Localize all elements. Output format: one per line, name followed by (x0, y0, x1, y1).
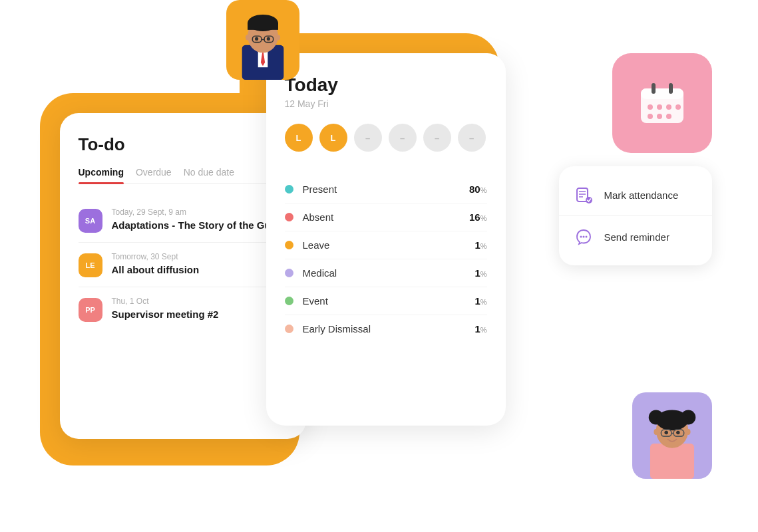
attendance-absent: Absent 16% (285, 203, 487, 231)
svg-point-37 (664, 431, 668, 435)
attendance-pct-absent: 16% (469, 211, 486, 223)
todo-items-list: SA Today, 29 Sept, 9 am Adaptations - Th… (79, 198, 287, 331)
attendance-label-event: Event (303, 295, 475, 307)
svg-point-29 (580, 236, 582, 238)
attendance-present: Present 80% (285, 176, 487, 203)
todo-item: LE Tomorrow, 30 Sept All about diffusion (79, 243, 287, 287)
student-girl-photo (632, 392, 712, 479)
todo-item-title: Supervisor meeting #2 (112, 309, 287, 320)
svg-point-36 (656, 410, 687, 430)
attendance-medical: Medical 1% (285, 259, 487, 287)
svg-point-19 (666, 104, 671, 110)
svg-point-30 (582, 236, 584, 238)
avatar-l2: L (319, 124, 347, 152)
avatar-empty-1: – (354, 124, 382, 152)
todo-item-date: Thu, 1 Oct (112, 297, 287, 306)
attendance-label-present: Present (303, 184, 470, 195)
attendance-leave: Leave 1% (285, 231, 487, 259)
svg-point-21 (648, 114, 653, 119)
svg-rect-5 (248, 23, 278, 29)
svg-rect-14 (641, 88, 683, 99)
svg-point-10 (266, 37, 270, 41)
dot-leave (285, 241, 293, 249)
avatar-l1: L (285, 124, 313, 152)
svg-point-43 (685, 429, 690, 435)
send-reminder-icon (572, 225, 595, 248)
attendance-pct-present: 80% (469, 184, 486, 195)
todo-title: To-do (79, 134, 287, 155)
todo-item: PP Thu, 1 Oct Supervisor meeting #2 (79, 287, 287, 331)
today-attendance-card: Today 12 May Fri L L – – – – Present 80%… (266, 53, 506, 426)
dot-event (285, 297, 293, 305)
svg-point-9 (255, 37, 258, 41)
dot-absent (285, 213, 293, 221)
svg-rect-16 (669, 83, 673, 94)
today-title: Today (285, 74, 487, 96)
svg-point-22 (657, 114, 662, 119)
attendance-label-absent: Absent (303, 211, 470, 223)
mark-attendance-icon (572, 184, 595, 206)
svg-point-17 (648, 104, 653, 110)
student-boy-photo (226, 0, 299, 80)
svg-point-20 (675, 104, 681, 110)
actions-widget: Mark attendance Send reminder (559, 166, 712, 265)
tab-no-due-date[interactable]: No due date (184, 167, 234, 183)
avatar-empty-2: – (389, 124, 417, 152)
attendance-pct-medical: 1% (474, 267, 486, 279)
attendance-pct-early-dismissal: 1% (474, 323, 486, 334)
svg-point-23 (666, 114, 671, 119)
mark-attendance-button[interactable]: Mark attendance (559, 174, 712, 216)
calendar-icon (636, 76, 689, 130)
svg-rect-32 (650, 444, 693, 479)
attendance-label-early-dismissal: Early Dismissal (303, 323, 475, 334)
avatar-empty-4: – (458, 124, 486, 152)
svg-point-31 (585, 236, 587, 238)
avatar-empty-3: – (423, 124, 451, 152)
tab-upcoming[interactable]: Upcoming (79, 167, 124, 183)
attendance-list: Present 80% Absent 16% Leave 1% Medical … (285, 176, 487, 342)
svg-point-12 (276, 35, 280, 40)
svg-point-11 (245, 35, 249, 40)
avatar-pp: PP (79, 298, 102, 322)
attendance-pct-leave: 1% (474, 239, 486, 251)
svg-rect-15 (652, 83, 656, 94)
todo-item-title: Adaptations - The Story of the Gu... (112, 219, 287, 231)
todo-item: SA Today, 29 Sept, 9 am Adaptations - Th… (79, 198, 287, 243)
attendance-label-medical: Medical (303, 267, 475, 279)
dot-early-dismissal (285, 325, 293, 333)
calendar-widget[interactable] (612, 53, 712, 153)
todo-item-date: Tomorrow, 30 Sept (112, 252, 287, 261)
svg-point-38 (676, 431, 680, 435)
send-reminder-label: Send reminder (604, 231, 669, 243)
svg-point-28 (586, 197, 592, 203)
attendance-event: Event 1% (285, 287, 487, 315)
tab-overdue[interactable]: Overdue (136, 167, 172, 183)
svg-point-18 (657, 104, 662, 110)
attendance-label-leave: Leave (303, 239, 475, 251)
svg-point-42 (654, 429, 658, 435)
attendance-early-dismissal: Early Dismissal 1% (285, 315, 487, 342)
dot-present (285, 185, 293, 194)
todo-tabs: Upcoming Overdue No due date (79, 167, 287, 184)
avatar-le: LE (79, 253, 102, 277)
send-reminder-button[interactable]: Send reminder (559, 216, 712, 257)
todo-item-date: Today, 29 Sept, 9 am (112, 207, 287, 217)
mark-attendance-label: Mark attendance (604, 190, 679, 201)
avatar-sa: SA (79, 209, 102, 233)
attendance-pct-event: 1% (474, 295, 486, 307)
student-avatar-row: L L – – – – (285, 124, 487, 152)
todo-item-title: All about diffusion (112, 264, 287, 275)
dot-medical (285, 269, 293, 277)
today-date: 12 May Fri (285, 98, 487, 109)
